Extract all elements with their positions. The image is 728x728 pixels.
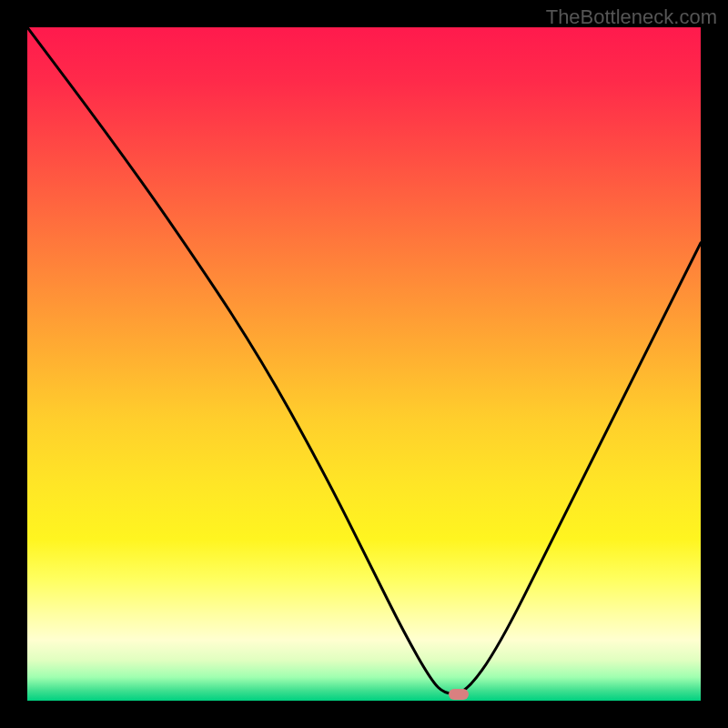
bottleneck-curve [27, 27, 701, 701]
watermark-text: TheBottleneck.com [546, 5, 717, 29]
optimal-marker [449, 689, 469, 700]
chart-plot-area [27, 27, 701, 701]
